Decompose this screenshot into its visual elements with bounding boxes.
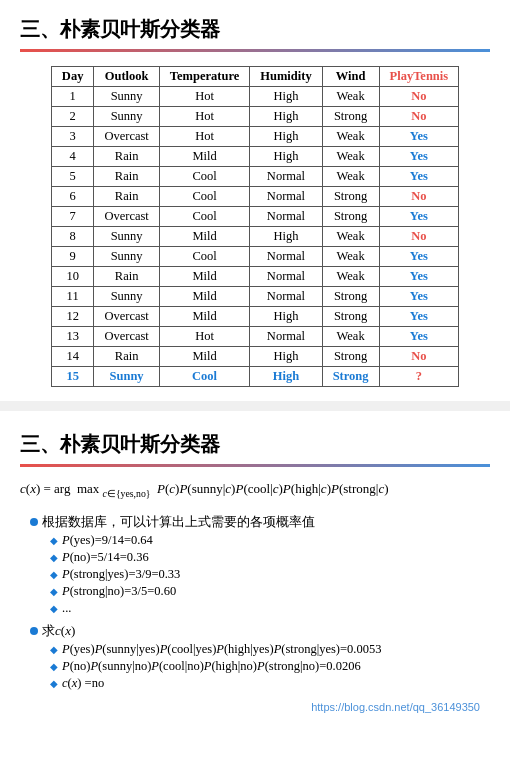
sub-item-1-1: ◆ P(yes)=9/14=0.64 (50, 533, 490, 548)
sub-text-1-3: P(strong|yes)=3/9=0.33 (62, 567, 180, 582)
table-row: 14RainMildHighStrongNo (51, 347, 458, 367)
sub-item-1-5: ◆ ... (50, 601, 490, 616)
sub-text-2-3: c(x) =no (62, 676, 104, 691)
col-temperature: Temperature (159, 67, 249, 87)
section2: 三、朴素贝叶斯分类器 c(x) = arg max c∈{yes,no} P(c… (0, 415, 510, 727)
bullet1-text: 根据数据库，可以计算出上式需要的各项概率值 (42, 513, 315, 531)
table-row: 7OvercastCoolNormalStrongYes (51, 207, 458, 227)
diamond-icon: ◆ (50, 535, 58, 546)
diamond-icon: ◆ (50, 661, 58, 672)
sub-text-2-1: P(yes)P(sunny|yes)P(cool|yes)P(high|yes)… (62, 642, 381, 657)
col-wind: Wind (322, 67, 379, 87)
sub-bullets-1: ◆ P(yes)=9/14=0.64 ◆ P(no)=5/14=0.36 ◆ P… (50, 533, 490, 616)
section1: 三、朴素贝叶斯分类器 Day Outlook Temperature Humid… (0, 0, 510, 397)
sub-text-2-2: P(no)P(sunny|no)P(cool|no)P(high|no)P(st… (62, 659, 361, 674)
table-header-row: Day Outlook Temperature Humidity Wind Pl… (51, 67, 458, 87)
table-row: 1SunnyHotHighWeakNo (51, 87, 458, 107)
table-row: 13OvercastHotNormalWeakYes (51, 327, 458, 347)
table-row: 6RainCoolNormalStrongNo (51, 187, 458, 207)
bullet2-label: 求c(x) (30, 622, 490, 640)
sub-item-2-1: ◆ P(yes)P(sunny|yes)P(cool|yes)P(high|ye… (50, 642, 490, 657)
diamond-icon: ◆ (50, 678, 58, 689)
formula-rest: P(c)P(sunny|c)P(cool|c)P(high|c)P(strong… (154, 481, 389, 496)
sub-bullets-2: ◆ P(yes)P(sunny|yes)P(cool|yes)P(high|ye… (50, 642, 490, 691)
bullet-item-1: 根据数据库，可以计算出上式需要的各项概率值 ◆ P(yes)=9/14=0.64… (30, 513, 490, 616)
sub-text-1-5: ... (62, 601, 71, 616)
col-humidity: Humidity (250, 67, 322, 87)
table-row: 10RainMildNormalWeakYes (51, 267, 458, 287)
table-row: 3OvercastHotHighWeakYes (51, 127, 458, 147)
diamond-icon: ◆ (50, 552, 58, 563)
sub-item-2-3: ◆ c(x) =no (50, 676, 490, 691)
diamond-icon: ◆ (50, 569, 58, 580)
diamond-icon: ◆ (50, 586, 58, 597)
sub-text-1-2: P(no)=5/14=0.36 (62, 550, 149, 565)
sub-item-1-4: ◆ P(strong|no)=3/5=0.60 (50, 584, 490, 599)
section2-divider (20, 464, 490, 467)
bullet1-label: 根据数据库，可以计算出上式需要的各项概率值 (30, 513, 490, 531)
table-row: 9SunnyCoolNormalWeakYes (51, 247, 458, 267)
section2-title: 三、朴素贝叶斯分类器 (20, 431, 490, 458)
table-row: 12OvercastMildHighStrongYes (51, 307, 458, 327)
dot-icon-2 (30, 627, 38, 635)
table-row: 4RainMildHighWeakYes (51, 147, 458, 167)
table-row: 5RainCoolNormalWeakYes (51, 167, 458, 187)
section-separator (0, 401, 510, 411)
formula-prefix: c(x) = arg (20, 481, 74, 496)
formula-max: max (77, 481, 99, 496)
sub-item-1-2: ◆ P(no)=5/14=0.36 (50, 550, 490, 565)
bullet-item-2: 求c(x) ◆ P(yes)P(sunny|yes)P(cool|yes)P(h… (30, 622, 490, 691)
col-day: Day (51, 67, 94, 87)
col-outlook: Outlook (94, 67, 159, 87)
table-row: 8SunnyMildHighWeakNo (51, 227, 458, 247)
diamond-icon: ◆ (50, 603, 58, 614)
diamond-icon: ◆ (50, 644, 58, 655)
tennis-table: Day Outlook Temperature Humidity Wind Pl… (51, 66, 459, 387)
formula-line: c(x) = arg max c∈{yes,no} P(c)P(sunny|c)… (20, 481, 490, 499)
sub-item-1-3: ◆ P(strong|yes)=3/9=0.33 (50, 567, 490, 582)
col-playtennis: PlayTennis (379, 67, 459, 87)
table-wrapper: Day Outlook Temperature Humidity Wind Pl… (20, 66, 490, 387)
table-row: 2SunnyHotHighStrongNo (51, 107, 458, 127)
section1-title: 三、朴素贝叶斯分类器 (20, 16, 490, 43)
table-highlight-row: 15SunnyCoolHighStrong? (51, 367, 458, 387)
main-bullets: 根据数据库，可以计算出上式需要的各项概率值 ◆ P(yes)=9/14=0.64… (30, 513, 490, 691)
watermark: https://blog.csdn.net/qq_36149350 (20, 697, 490, 717)
section1-divider (20, 49, 490, 52)
formula-subscript: c∈{yes,no} (103, 488, 151, 499)
sub-text-1-4: P(strong|no)=3/5=0.60 (62, 584, 176, 599)
table-row: 11SunnyMildNormalStrongYes (51, 287, 458, 307)
sub-text-1-1: P(yes)=9/14=0.64 (62, 533, 153, 548)
dot-icon-1 (30, 518, 38, 526)
bullet2-text: 求c(x) (42, 622, 75, 640)
sub-item-2-2: ◆ P(no)P(sunny|no)P(cool|no)P(high|no)P(… (50, 659, 490, 674)
